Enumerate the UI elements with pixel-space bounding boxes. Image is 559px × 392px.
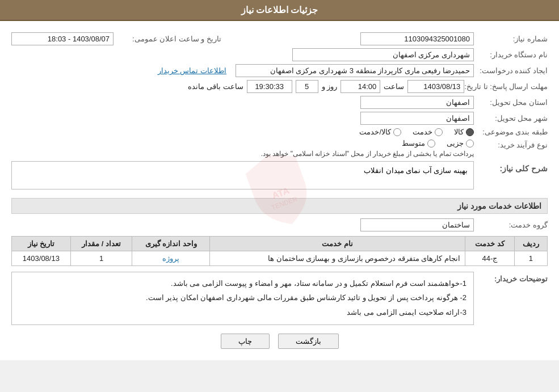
deadline-remaining-label: ساعت باقی مانده [188,82,243,91]
city-value: اصفهان [360,112,474,125]
process-note: پرداخت تمام یا بخشی از مبلغ خریدار از مح… [261,150,474,158]
note-line: 3-ارائه صلاحیت ایمنی الزامی می باشد [19,306,466,319]
deadline-date: 1403/08/13 [407,80,464,93]
creator-label: ایجاد کننده درخواست: [474,66,548,75]
radio-khedmat [435,128,443,136]
col-date: تاریخ نیاز [12,237,71,251]
announce-label: تاریخ و ساعت اعلان عمومی: [114,35,221,43]
cell-date: 1403/08/13 [12,251,71,266]
note-line: 2- هرگونه پرداخت پس از تحویل و تائید کار… [19,291,466,304]
radio-kala-khedmat [393,128,401,136]
request-number-value: 1103094325001080 [360,32,474,45]
announce-value: 1403/08/07 - 18:03 [11,32,114,45]
radio-kala [466,128,474,136]
process-option-jozi[interactable]: جزیی [447,139,474,147]
category-label: طبقه بندی موضوعی: [474,128,548,136]
province-label: استان محل تحویل: [474,98,548,107]
service-group-label: گروه خدمت: [474,221,548,229]
cell-code: ج-44 [465,251,515,266]
category-options: کالا خدمت کالا/خدمت [359,128,474,136]
category-khedmat-label: خدمت [413,128,432,136]
radio-motavaset [427,140,435,147]
category-option-khedmat[interactable]: خدمت [413,128,443,136]
col-name: نام خدمت [210,237,465,251]
col-unit: واحد اندازه گیری [132,237,210,251]
deadline-days-label: روز و [322,82,338,91]
page-header: جزئیات اطلاعات نیاز [0,0,559,21]
deadline-time: 14:00 [341,80,380,93]
page-title: جزئیات اطلاعات نیاز [241,5,318,15]
process-option-motavaset[interactable]: متوسط [402,139,435,147]
category-option-kala[interactable]: کالا [454,128,474,136]
col-qty: تعداد / مقدار [70,237,132,251]
description-textarea[interactable] [11,161,474,189]
category-option-kala-khedmat[interactable]: کالا/خدمت [359,128,401,136]
process-motavaset-label: متوسط [402,139,425,147]
province-value: اصفهان [360,96,474,109]
deadline-time-label: ساعت [384,82,404,91]
col-row: ردیف [514,237,547,251]
deadline-label: مهلت ارسال پاسخ: تا تاریخ: [464,82,548,91]
cell-qty: 1 [70,251,132,266]
process-jozi-label: جزیی [447,139,464,147]
service-group-value: ساختمان [360,218,474,231]
cell-name: انجام کارهای متفرقه درخصوص بازسازی و بهس… [210,251,465,266]
category-kala-label: کالا [454,128,464,136]
category-kala-khedmat-label: کالا/خدمت [359,128,391,136]
col-code: کد خدمت [465,237,515,251]
radio-jozi [466,140,474,147]
buyer-org-label: نام دستگاه خریدار: [474,50,548,59]
buyer-org-value: شهرداری مرکزی اصفهان [292,48,474,61]
deadline-days: 5 [296,80,318,93]
creator-contact-link[interactable]: اطلاعات تماس خریدار [158,66,226,75]
print-button[interactable]: چاپ [221,334,270,349]
notes-label: توضیحات خریدار: [474,272,548,283]
deadline-remaining: 19:30:33 [247,80,292,93]
back-button[interactable]: بازگشت [278,334,339,349]
button-row: بازگشت چاپ [11,334,548,349]
description-label: شرح کلی نیاز: [474,161,548,173]
creator-value: حمیدرضا رفیعی ماری کارپرداز منطقه 3 شهرد… [236,64,474,77]
notes-box: 1-خواهشمند است فرم استعلام تکمیل و در سا… [11,272,474,325]
note-line: 1-خواهشمند است فرم استعلام تکمیل و در سا… [19,277,466,290]
cell-row: 1 [514,251,547,266]
request-number-label: شماره نیاز: [474,35,548,43]
process-options: جزیی متوسط [261,139,474,147]
city-label: شهر محل تحویل: [474,114,548,123]
table-row: 1 ج-44 انجام کارهای متفرقه درخصوص بازساز… [12,251,548,266]
process-label: نوع فرآیند خرید: [474,139,548,149]
services-table: ردیف کد خدمت نام خدمت واحد اندازه گیری ت… [11,236,548,266]
services-section-title: اطلاعات خدمات مورد نیاز [11,198,548,214]
cell-unit: پروژه [132,251,210,266]
